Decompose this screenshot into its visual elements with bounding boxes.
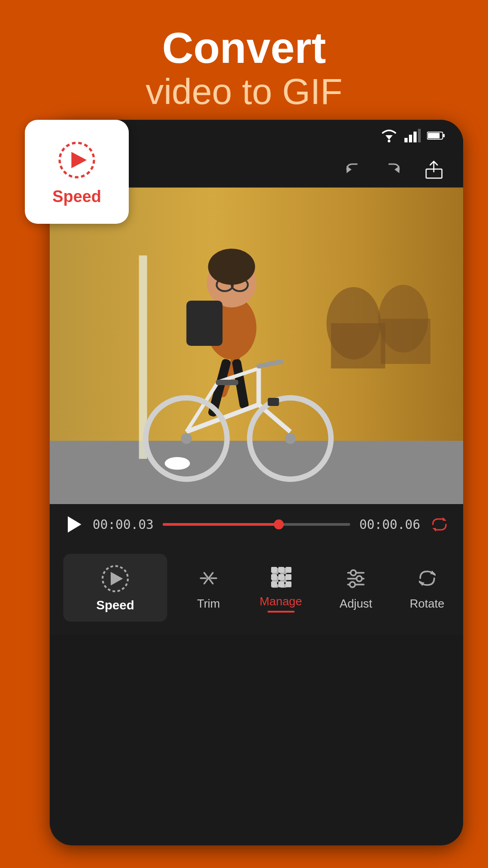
battery-icon [427, 131, 445, 141]
svg-marker-1 [71, 152, 87, 168]
svg-rect-20 [331, 323, 385, 368]
svg-point-71 [350, 582, 355, 587]
svg-rect-60 [271, 574, 277, 580]
bottom-toolbar: Speed Trim [50, 545, 463, 635]
speed-icon [54, 137, 99, 183]
svg-rect-58 [278, 567, 284, 573]
trim-tool[interactable]: Trim [195, 565, 222, 611]
svg-point-69 [357, 576, 362, 581]
svg-rect-4 [404, 138, 408, 142]
loop-button[interactable] [429, 514, 450, 535]
svg-rect-29 [187, 301, 223, 346]
svg-rect-43 [216, 380, 239, 385]
signal-icon [404, 129, 421, 142]
svg-rect-57 [271, 567, 277, 573]
svg-rect-63 [271, 581, 277, 587]
svg-point-41 [285, 433, 296, 444]
manage-tool[interactable]: Manage [260, 563, 302, 613]
svg-rect-7 [418, 129, 421, 142]
manage-icon [267, 563, 295, 590]
time-end: 00:00.06 [359, 517, 420, 532]
video-frame [50, 188, 463, 504]
phone-container: 00:00.03 00:00.06 Speed [50, 120, 463, 845]
svg-point-45 [165, 457, 190, 470]
rotate-tool[interactable]: Rotate [410, 565, 445, 611]
play-button[interactable] [63, 514, 84, 535]
play-icon [68, 516, 81, 533]
svg-rect-10 [443, 134, 445, 137]
svg-marker-2 [385, 135, 393, 140]
svg-marker-12 [394, 166, 399, 173]
time-start: 00:00.03 [93, 517, 154, 532]
hero-subtitle: video to GIF [145, 72, 343, 112]
svg-marker-11 [347, 166, 352, 173]
adjust-tool[interactable]: Adjust [340, 565, 372, 611]
svg-rect-65 [286, 581, 291, 587]
svg-point-39 [181, 433, 192, 444]
svg-marker-46 [443, 517, 446, 521]
rotate-label: Rotate [410, 597, 445, 611]
svg-marker-47 [432, 528, 436, 532]
progress-thumb[interactable] [274, 519, 284, 529]
rotate-icon [413, 565, 441, 592]
svg-rect-9 [428, 133, 440, 138]
hero-section: Convert video to GIF [0, 0, 488, 118]
svg-rect-64 [278, 581, 284, 587]
redo-button[interactable] [382, 158, 404, 181]
wifi-icon [380, 129, 398, 142]
manage-label: Manage [260, 594, 302, 609]
svg-point-67 [351, 570, 356, 576]
progress-track[interactable] [163, 523, 350, 526]
svg-rect-62 [286, 574, 291, 580]
trim-label: Trim [197, 597, 220, 611]
bottom-tools: Trim [176, 563, 463, 613]
svg-point-3 [388, 140, 390, 142]
progress-fill [163, 523, 279, 526]
svg-rect-6 [413, 132, 417, 142]
svg-rect-44 [268, 398, 279, 406]
svg-rect-17 [50, 441, 463, 504]
svg-rect-59 [286, 567, 291, 573]
svg-marker-49 [111, 572, 123, 585]
trim-icon [195, 565, 222, 592]
speed-badge: Speed [25, 120, 129, 224]
speed-tab[interactable]: Speed [63, 554, 167, 622]
adjust-label: Adjust [340, 597, 372, 611]
speed-badge-label: Speed [52, 187, 101, 206]
undo-button[interactable] [341, 158, 364, 181]
svg-rect-21 [381, 319, 431, 364]
svg-point-28 [208, 249, 255, 285]
svg-rect-5 [409, 135, 412, 142]
hero-title: Convert [162, 24, 326, 72]
playback-bar: 00:00.03 00:00.06 [50, 504, 463, 545]
speed-tab-label: Speed [96, 598, 134, 613]
svg-rect-61 [278, 574, 284, 580]
share-button[interactable] [422, 158, 445, 181]
svg-marker-72 [430, 571, 436, 576]
adjust-icon [343, 565, 370, 592]
